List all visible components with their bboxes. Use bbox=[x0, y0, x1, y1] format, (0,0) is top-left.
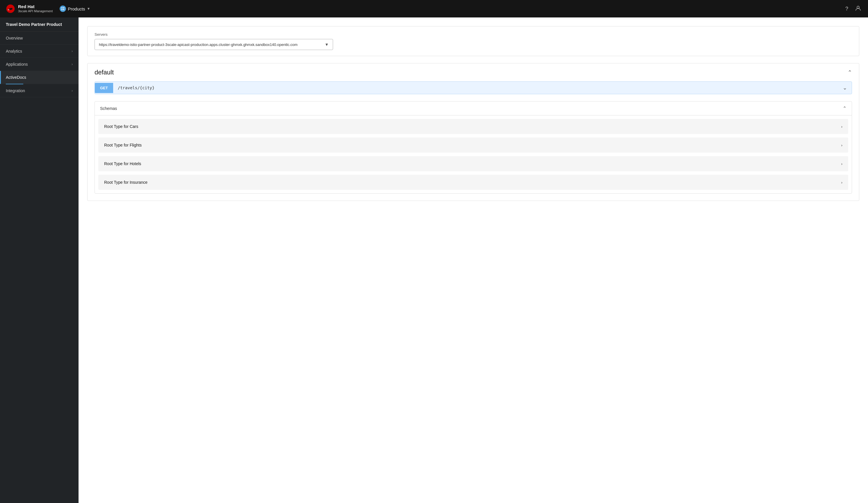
sidebar-item-analytics-label: Analytics bbox=[6, 49, 22, 53]
schema-cars-chevron-icon: › bbox=[841, 124, 843, 129]
schema-insurance-label: Root Type for Insurance bbox=[104, 180, 147, 185]
sidebar-item-applications[interactable]: Applications › bbox=[0, 58, 79, 71]
top-navigation: Red Hat 3scale API Management Products ▼… bbox=[0, 0, 868, 18]
page-layout: Travel Demo Partner Product Overview Ana… bbox=[0, 18, 868, 503]
default-section: default ⌃ GET /travels/{city} ⌄ Schemas … bbox=[87, 63, 859, 201]
method-badge: GET bbox=[95, 83, 113, 93]
schemas-collapse-icon: ⌃ bbox=[843, 106, 847, 111]
schema-item-flights[interactable]: Root Type for Flights › bbox=[98, 137, 848, 153]
help-button[interactable]: ? bbox=[844, 5, 849, 13]
svg-point-1 bbox=[857, 6, 859, 8]
products-chevron-icon: ▼ bbox=[87, 7, 90, 11]
user-menu-button[interactable] bbox=[854, 4, 862, 14]
schemas-title: Schemas bbox=[100, 106, 117, 111]
brand-text: Red Hat 3scale API Management bbox=[18, 4, 53, 13]
servers-chevron-icon: ▼ bbox=[324, 42, 329, 47]
schemas-header[interactable]: Schemas ⌃ bbox=[95, 102, 852, 115]
sidebar-item-overview[interactable]: Overview bbox=[0, 32, 79, 45]
schema-insurance-chevron-icon: › bbox=[841, 180, 843, 185]
schema-item-cars[interactable]: Root Type for Cars › bbox=[98, 119, 848, 134]
endpoint-row[interactable]: GET /travels/{city} ⌄ bbox=[94, 81, 852, 94]
products-nav[interactable]: Products ▼ bbox=[60, 6, 90, 12]
schema-flights-label: Root Type for Flights bbox=[104, 143, 142, 147]
sidebar-item-integration-label: Integration bbox=[6, 88, 25, 93]
servers-dropdown[interactable]: https://traveldemo-istio-partner-product… bbox=[94, 39, 333, 50]
default-collapse-icon: ⌃ bbox=[848, 69, 852, 76]
sidebar-item-activedocs-label: ActiveDocs bbox=[6, 75, 26, 80]
servers-label: Servers bbox=[94, 32, 852, 36]
nav-left: Red Hat 3scale API Management Products ▼ bbox=[6, 4, 90, 13]
applications-chevron-icon: › bbox=[72, 62, 73, 66]
nav-right: ? bbox=[844, 4, 862, 14]
main-content: Servers https://traveldemo-istio-partner… bbox=[79, 18, 868, 503]
schema-hotels-chevron-icon: › bbox=[841, 162, 843, 166]
products-icon bbox=[60, 6, 66, 12]
default-section-title: default bbox=[94, 69, 114, 76]
sidebar-item-analytics[interactable]: Analytics › bbox=[0, 45, 79, 58]
schema-flights-chevron-icon: › bbox=[841, 143, 843, 147]
schema-cars-label: Root Type for Cars bbox=[104, 124, 138, 129]
schema-item-insurance[interactable]: Root Type for Insurance › bbox=[98, 175, 848, 190]
schemas-section: Schemas ⌃ Root Type for Cars › Root Type… bbox=[94, 101, 852, 193]
default-section-header[interactable]: default ⌃ bbox=[87, 63, 859, 81]
endpoint-expand-icon[interactable]: ⌄ bbox=[838, 82, 852, 94]
endpoint-path: /travels/{city} bbox=[113, 83, 838, 93]
schema-item-hotels[interactable]: Root Type for Hotels › bbox=[98, 156, 848, 171]
integration-chevron-icon: › bbox=[72, 89, 73, 93]
servers-selected-value: https://traveldemo-istio-partner-product… bbox=[99, 42, 298, 47]
brand-name: Red Hat bbox=[18, 4, 53, 9]
redhat-logo bbox=[6, 4, 15, 13]
schema-hotels-label: Root Type for Hotels bbox=[104, 161, 141, 166]
sidebar-item-integration[interactable]: Integration › bbox=[0, 84, 79, 97]
sidebar-item-applications-label: Applications bbox=[6, 62, 28, 66]
servers-section: Servers https://traveldemo-istio-partner… bbox=[87, 26, 859, 56]
analytics-chevron-icon: › bbox=[72, 49, 73, 53]
products-label: Products bbox=[68, 7, 85, 11]
sidebar-item-activedocs[interactable]: ActiveDocs bbox=[0, 71, 79, 84]
sidebar: Travel Demo Partner Product Overview Ana… bbox=[0, 18, 79, 503]
brand: Red Hat 3scale API Management bbox=[6, 4, 53, 13]
sidebar-item-overview-label: Overview bbox=[6, 36, 23, 40]
brand-subtitle: 3scale API Management bbox=[18, 9, 53, 13]
sidebar-product-title: Travel Demo Partner Product bbox=[0, 18, 79, 32]
